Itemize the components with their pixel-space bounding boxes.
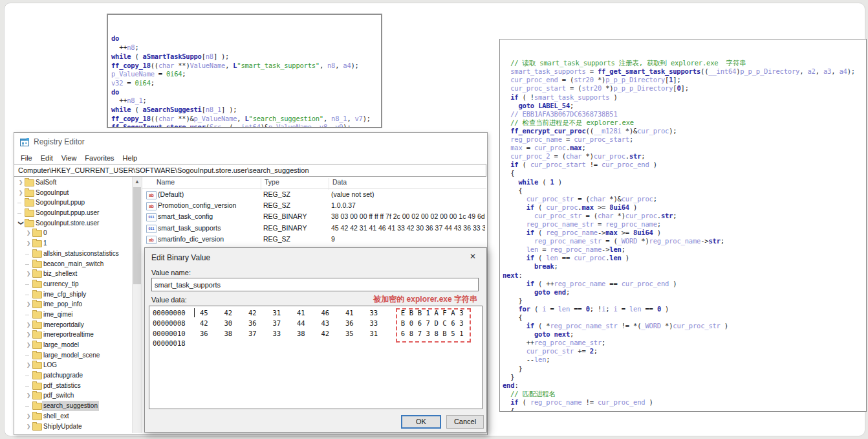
chevron-right-icon[interactable]: ❯ (25, 360, 32, 370)
code-line: goto end; (503, 288, 866, 297)
registry-value-row[interactable]: absmartinfo_dic_versionREG_SZ9 (142, 234, 486, 245)
ok-button[interactable]: OK (401, 415, 441, 429)
tree-item-label: imereportdaily (42, 320, 85, 330)
menu-item-view[interactable]: View (59, 153, 80, 163)
tree-item-pdf_switch[interactable]: ❯pdf_switch (14, 390, 132, 401)
cancel-button[interactable]: Cancel (446, 415, 484, 429)
text-caret (194, 308, 195, 317)
chevron-right-icon[interactable]: ❯ (17, 177, 24, 187)
scroll-up-icon[interactable]: ▲ (133, 177, 142, 186)
close-icon[interactable]: ✕ (467, 252, 479, 261)
tree-item-large_model[interactable]: ❯large_model (14, 340, 132, 350)
registry-value-row[interactable]: 011smart_task_configREG_BINARY38 03 00 0… (142, 211, 486, 222)
chevron-right-icon[interactable]: ❯ (25, 340, 32, 350)
tree-item-1[interactable]: ❯1 (14, 238, 132, 249)
tree-item-imereportdaily[interactable]: ❯imereportdaily (14, 320, 132, 330)
chevron-right-icon[interactable]: ❯ (25, 299, 32, 309)
tree-item-label: SogouInput.store.user (34, 218, 100, 229)
chevron-right-icon[interactable]: ❯ (25, 390, 32, 400)
chevron-right-icon[interactable]: ❯ (25, 422, 32, 431)
tree-item-SogouInput.store.user[interactable]: ❯SogouInput.store.user (14, 218, 132, 229)
tree-item-SogouInput.ppup.user[interactable]: SogouInput.ppup.user (14, 208, 132, 218)
page-card: do ++n8;while ( aSmartTaskSuppo[n8] );ff… (4, 3, 865, 436)
code-line: ff_encrypt_cur_proc((__m128i *)&cur_proc… (503, 127, 866, 135)
tree-item-0[interactable]: ❯0 (14, 228, 132, 238)
value-name: (Default) (158, 190, 184, 198)
tree-item-ime_qimei[interactable]: ime_qimei (14, 310, 132, 320)
tree-item-large_model_scene[interactable]: large_model_scene (14, 350, 132, 361)
folder-icon (32, 301, 42, 308)
menu-item-favorites[interactable]: Favorites (82, 153, 116, 163)
code-line: --len; (503, 355, 866, 364)
registry-value-row[interactable]: abPromotion_config_versionREG_SZ1.0.0.37 (142, 200, 486, 211)
code-line: while ( aSearchSuggesti[n8_1] ); (111, 106, 381, 115)
hex-byte: 41 (297, 309, 307, 317)
hex-row: 000000004542423141464133EBB1AFA3 (149, 308, 482, 319)
code-line: } (503, 297, 866, 305)
hex-byte: 43 (321, 319, 332, 327)
hex-ascii-char: 7 (424, 319, 432, 327)
chevron-right-icon[interactable]: ❯ (25, 411, 32, 421)
scrollbar-thumb[interactable] (133, 187, 141, 284)
column-header-data[interactable]: Data (332, 178, 347, 186)
hex-grid: 000000004542423141464133EBB1AFA300000008… (149, 308, 482, 349)
tree-item-shell_ext[interactable]: ❯shell_ext (14, 411, 132, 422)
value-name-input[interactable] (151, 278, 479, 291)
tree-item-patchupgrade[interactable]: patchupgrade (14, 370, 132, 381)
tree-item-SogouInput.ppup[interactable]: SogouInput.ppup (14, 197, 132, 208)
hex-byte: 38 (297, 330, 307, 337)
tree-item-search_suggestion[interactable]: search_suggestion (14, 401, 132, 411)
tree-item-SalSoft[interactable]: ❯SalSoft (14, 177, 132, 188)
tree-scrollbar[interactable]: ▲ (132, 177, 142, 433)
column-header-type[interactable]: Type (265, 178, 279, 186)
code-line: ++n8_1; (111, 96, 381, 106)
hex-offset: 00000018 (153, 339, 186, 347)
tree-item-label: SogouInput.ppup (34, 197, 86, 208)
menu-item-help[interactable]: Help (120, 153, 140, 163)
hex-byte: 30 (224, 319, 235, 327)
connector-dash (25, 315, 29, 315)
title-bar[interactable]: Registry Editor (14, 133, 487, 152)
hex-offset: 00000010 (153, 330, 186, 337)
registry-value-row[interactable]: 011smart_task_supportsREG_BINARY45 42 42… (142, 223, 486, 234)
tree-item-SogouInput[interactable]: ❯SogouInput (14, 188, 132, 198)
chevron-right-icon[interactable]: ❯ (25, 320, 32, 330)
code-line: while ( aSmartTaskSuppo[n8] ); (111, 52, 381, 62)
tree-item-label: large_model (42, 340, 80, 350)
address-bar[interactable]: Computer\HKEY_CURRENT_USER\SOFTWARE\Sogo… (14, 164, 486, 177)
tree-item-LOG[interactable]: ❯LOG (14, 360, 132, 370)
code-line: ff_copy_18((char **)ValueName, L"smart_t… (111, 62, 381, 71)
chevron-right-icon[interactable]: ❯ (25, 238, 32, 248)
column-separator[interactable] (261, 178, 261, 190)
menu-item-file[interactable]: File (18, 153, 35, 163)
hex-ascii-char: A (449, 309, 457, 317)
window-title: Registry Editor (34, 137, 85, 146)
tree-item-ime_pop_info[interactable]: ❯ime_pop_info (14, 299, 132, 310)
column-header-name[interactable]: Name (157, 178, 175, 186)
tree-item-imereportrealtime[interactable]: ❯imereportrealtime (14, 330, 132, 340)
value-data-label: Value data: (151, 296, 187, 304)
chevron-right-icon[interactable]: ❯ (17, 188, 24, 197)
tree-item-ShiplyUpdate[interactable]: ❯ShiplyUpdate (14, 422, 132, 432)
tree-item-allskin_statusiconstatistics[interactable]: allskin_statusiconstatistics (14, 249, 132, 259)
menu-item-edit[interactable]: Edit (38, 153, 56, 163)
chevron-right-icon[interactable]: ❯ (25, 269, 32, 278)
chevron-right-icon[interactable]: ❯ (25, 330, 32, 339)
value-data: 45 42 42 31 41 46 41 33 42 30 36 37 44 4… (331, 224, 485, 232)
tree-item-biz_shellext[interactable]: ❯biz_shellext (14, 269, 132, 279)
column-separator[interactable] (329, 178, 329, 190)
registry-value-row[interactable]: ab(Default)REG_SZ(value not set) (142, 189, 486, 200)
tree-item-ime_cfg_shiply[interactable]: ime_cfg_shiply (14, 289, 132, 300)
tree-pane[interactable]: ❯SalSoft❯SogouInputSogouInput.ppupSogouI… (14, 177, 132, 433)
chevron-right-icon[interactable]: ❯ (25, 228, 32, 238)
hex-editor[interactable]: 000000004542423141464133EBB1AFA300000008… (149, 306, 483, 409)
values-rows: ab(Default)REG_SZ(value not set)abPromot… (142, 189, 486, 245)
hex-byte: 33 (370, 319, 380, 327)
menu-bar: FileEditViewFavoritesHelp (14, 152, 491, 164)
code-lines-right: // 读取 smart_task_supports 注册表, 获取到 explo… (503, 59, 866, 412)
tree-item-currency_tip[interactable]: currency_tip (14, 279, 132, 289)
code-line: break; (503, 262, 866, 271)
hex-offset: 00000000 (153, 309, 186, 317)
tree-item-beacon_main_switch[interactable]: beacon_main_switch (14, 259, 132, 269)
tree-item-pdf_statistics[interactable]: pdf_statistics (14, 381, 132, 391)
